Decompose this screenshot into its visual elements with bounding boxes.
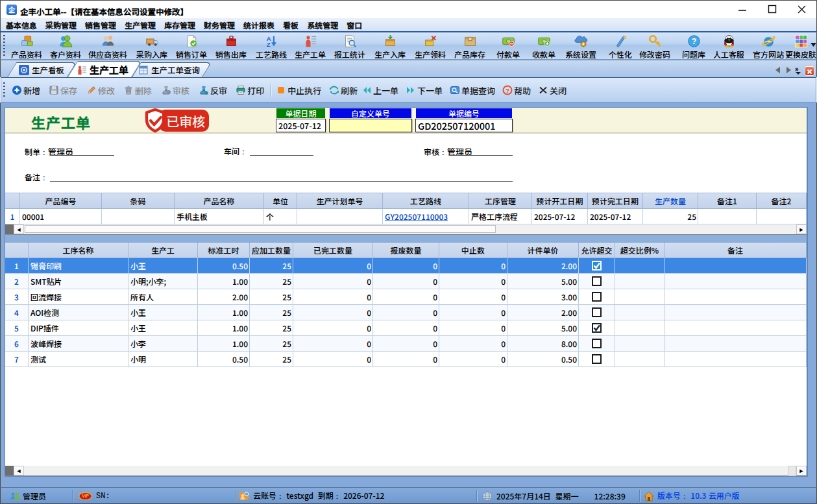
svg-text:?: ? (506, 87, 509, 94)
svg-text:Z: Z (266, 41, 270, 48)
svg-text:VIP: VIP (82, 494, 89, 498)
svg-text:?: ? (691, 36, 696, 46)
